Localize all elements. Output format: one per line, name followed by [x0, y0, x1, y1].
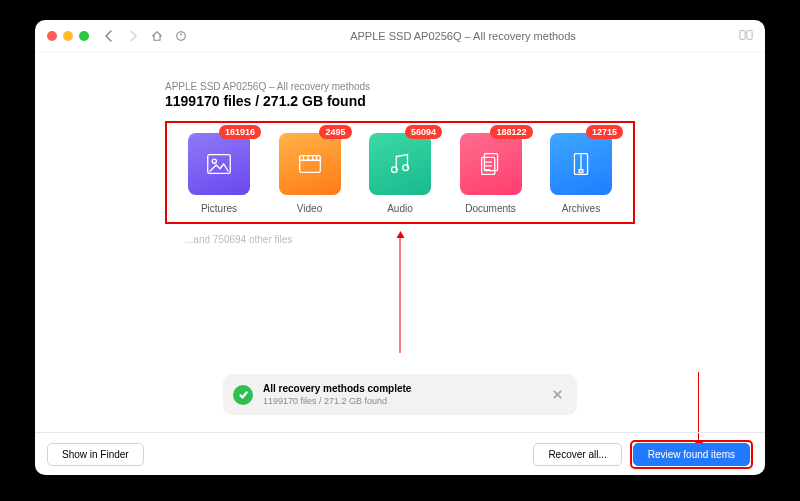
svg-rect-1 — [740, 31, 745, 40]
minimize-window-button[interactable] — [63, 31, 73, 41]
audio-icon — [369, 133, 431, 195]
category-documents[interactable]: 188122 Documents — [455, 133, 527, 214]
check-icon — [233, 385, 253, 405]
window-toolbar: APPLE SSD AP0256Q – All recovery methods — [35, 20, 765, 53]
category-audio[interactable]: 56094 Audio — [364, 133, 436, 214]
scan-summary: 1199170 files / 271.2 GB found — [165, 93, 635, 109]
window-title: APPLE SSD AP0256Q – All recovery methods — [187, 30, 739, 42]
archives-label: Archives — [545, 203, 617, 214]
zoom-window-button[interactable] — [79, 31, 89, 41]
home-icon[interactable] — [151, 30, 163, 42]
review-found-items-button[interactable]: Review found items — [633, 443, 750, 466]
video-icon — [279, 133, 341, 195]
category-archives[interactable]: 12715 Archives — [545, 133, 617, 214]
pictures-label: Pictures — [183, 203, 255, 214]
documents-count-badge: 188122 — [490, 125, 532, 139]
category-video[interactable]: 2495 Video — [274, 133, 346, 214]
documents-icon — [460, 133, 522, 195]
audio-label: Audio — [364, 203, 436, 214]
close-icon[interactable] — [552, 386, 563, 404]
window-controls — [47, 31, 89, 41]
status-title: All recovery methods complete — [263, 382, 411, 395]
categories-highlight: 161916 Pictures 2495 Video — [165, 121, 635, 224]
category-pictures[interactable]: 161916 Pictures — [183, 133, 255, 214]
pictures-count-badge: 161916 — [219, 125, 261, 139]
video-count-badge: 2495 — [319, 125, 351, 139]
app-window: APPLE SSD AP0256Q – All recovery methods… — [35, 20, 765, 475]
pictures-icon — [188, 133, 250, 195]
svg-rect-2 — [747, 31, 752, 40]
close-window-button[interactable] — [47, 31, 57, 41]
bottom-toolbar: Show in Finder Recover all... Review fou… — [35, 432, 765, 475]
audio-count-badge: 56094 — [405, 125, 442, 139]
refresh-icon[interactable] — [175, 30, 187, 42]
archives-count-badge: 12715 — [586, 125, 623, 139]
show-in-finder-button[interactable]: Show in Finder — [47, 443, 144, 466]
svg-rect-11 — [579, 170, 583, 173]
documents-label: Documents — [455, 203, 527, 214]
status-subtitle: 1199170 files / 271.2 GB found — [263, 395, 411, 407]
breadcrumb: APPLE SSD AP0256Q – All recovery methods — [165, 81, 635, 92]
annotation-arrow-up — [400, 238, 401, 353]
status-card: All recovery methods complete 1199170 fi… — [223, 374, 577, 415]
review-button-highlight: Review found items — [630, 440, 753, 469]
other-files-text: ...and 750694 other files — [185, 234, 635, 245]
archives-icon — [550, 133, 612, 195]
recover-all-button[interactable]: Recover all... — [533, 443, 621, 466]
nav-forward-icon[interactable] — [127, 30, 139, 42]
svg-point-4 — [212, 159, 216, 163]
video-label: Video — [274, 203, 346, 214]
view-mode-icon[interactable] — [739, 27, 753, 45]
nav-back-icon[interactable] — [103, 30, 115, 42]
